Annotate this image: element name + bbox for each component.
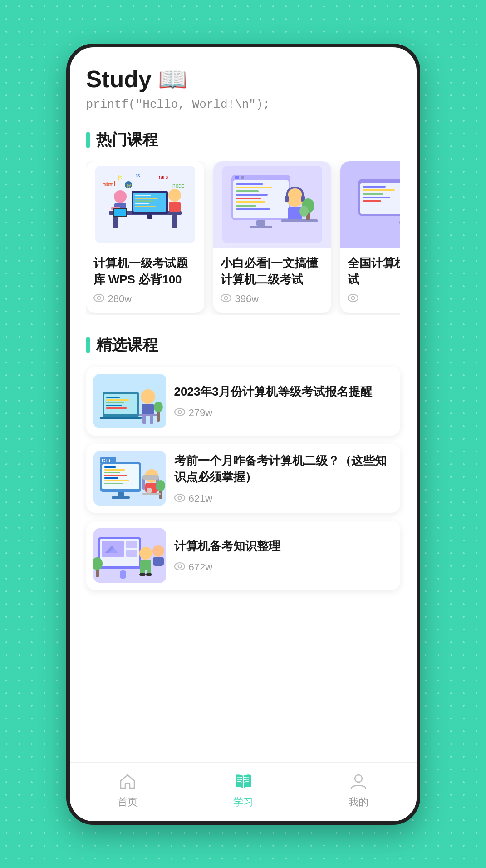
svg-rect-8 [135,200,153,202]
scroll-area[interactable]: Study 📖 printf("Hello, World!\n"); 热门课程 [70,47,417,762]
svg-point-125 [152,545,164,557]
selected-course-info-3: 计算机备考知识整理 672w [174,538,393,573]
svg-rect-57 [363,189,395,191]
hot-courses-scroll[interactable]: html js rails node ts py 计算机一级考 [86,161,400,315]
selected-course-views-2: 621w [174,493,393,505]
selected-course-views-3: 672w [174,561,393,573]
svg-rect-58 [363,193,383,195]
hot-course-card-2[interactable]: 小白必看|一文搞懂计算机二级考试 396w [213,161,331,313]
svg-point-12 [114,190,127,203]
svg-rect-36 [236,201,265,203]
svg-rect-50 [241,176,244,179]
svg-point-51 [221,294,231,302]
tab-study[interactable]: 学习 [185,770,301,809]
section-bar-accent-2 [86,337,90,353]
svg-rect-97 [112,496,130,499]
header-subtitle: printf("Hello, World!\n"); [86,98,400,111]
eye-icon-list-1 [174,407,185,419]
selected-courses-heading: 精选课程 [86,335,400,356]
hot-course-views-text-2: 396w [235,293,259,305]
phone-frame: Study 📖 printf("Hello, World!\n"); 热门课程 [66,44,420,825]
svg-rect-49 [235,176,239,179]
svg-rect-32 [236,187,272,188]
svg-rect-76 [100,417,142,419]
svg-text:html: html [102,180,116,188]
svg-rect-116 [126,550,137,557]
svg-rect-91 [104,472,120,473]
selected-course-views-text-2: 621w [189,493,213,505]
svg-point-109 [175,494,185,501]
selected-course-views-text-3: 672w [189,561,213,573]
svg-rect-37 [236,205,256,207]
tab-profile[interactable]: 我的 [301,770,417,809]
svg-point-67 [351,297,354,300]
svg-rect-74 [106,405,122,406]
svg-point-130 [178,565,181,568]
svg-rect-73 [106,402,124,403]
svg-point-77 [141,389,155,404]
svg-point-26 [94,294,104,302]
tab-profile-label: 我的 [349,795,368,809]
hot-courses-title: 热门课程 [96,129,158,150]
tab-study-label: 学习 [233,795,253,809]
svg-rect-78 [142,404,154,415]
svg-point-27 [97,297,100,300]
svg-text:node: node [172,183,185,189]
selected-course-card-3[interactable]: 计算机备考知识整理 672w [86,521,400,590]
hot-course-views-text-1: 280w [108,293,132,305]
hot-course-views-1: 280w [93,293,197,305]
svg-point-129 [175,563,185,570]
selected-course-views-1: 279w [174,407,393,419]
svg-rect-31 [236,183,263,185]
selected-course-card-1[interactable]: 2023年3月份计算机等级考试报名提醒 279w [86,367,400,436]
svg-rect-96 [118,492,124,496]
selected-course-title-2: 考前一个月咋备考计算机二级？（这些知识点必须掌握） [174,452,393,486]
svg-text:ts: ts [136,173,140,178]
eye-icon-3 [348,293,358,305]
profile-icon [347,770,370,793]
svg-rect-81 [150,416,153,424]
selected-course-img-3 [93,528,166,583]
svg-point-119 [139,547,152,560]
svg-rect-39 [256,220,265,226]
hot-course-views-3 [348,293,400,305]
hot-course-title-1: 计算机一级考试题库 WPS 必背100 [93,255,197,288]
svg-point-132 [355,775,362,782]
svg-rect-115 [126,541,137,548]
svg-text:C++: C++ [102,458,111,463]
svg-point-124 [146,573,152,576]
svg-rect-42 [285,196,289,202]
selected-course-img-1 [93,374,166,428]
svg-rect-11 [147,214,152,219]
hot-course-card-1[interactable]: html js rails node ts py 计算机一级考 [86,161,204,313]
section-bar-accent [86,132,90,148]
home-icon [116,770,139,793]
hot-course-views-2: 396w [221,293,324,305]
svg-rect-16 [114,209,126,216]
eye-icon-list-3 [174,561,185,573]
svg-text:rails: rails [159,174,168,179]
hot-course-card-3[interactable]: 全国计算机等级考试 [340,161,400,313]
svg-point-83 [154,402,163,412]
svg-rect-79 [139,414,157,416]
hot-course-img-1: html js rails node ts py [86,161,204,248]
selected-course-info-1: 2023年3月份计算机等级考试报名提醒 279w [174,383,393,419]
svg-rect-9 [135,203,149,204]
tab-home-label: 首页 [118,795,137,809]
eye-icon-1 [93,293,104,305]
svg-point-84 [175,408,185,416]
svg-rect-45 [281,219,318,222]
svg-text:py: py [127,183,131,188]
study-icon [232,770,255,793]
hot-course-img-2 [213,161,331,248]
svg-rect-10 [135,206,156,207]
selected-course-card-2[interactable]: C++ [86,444,400,513]
svg-rect-107 [142,493,161,495]
tab-home[interactable]: 首页 [70,770,186,809]
svg-rect-104 [142,475,159,480]
hot-course-body-2: 小白必看|一文搞懂计算机二级考试 396w [213,248,331,313]
svg-point-48 [299,206,309,217]
svg-rect-7 [135,198,158,199]
svg-rect-34 [236,194,268,196]
svg-rect-56 [363,186,386,188]
